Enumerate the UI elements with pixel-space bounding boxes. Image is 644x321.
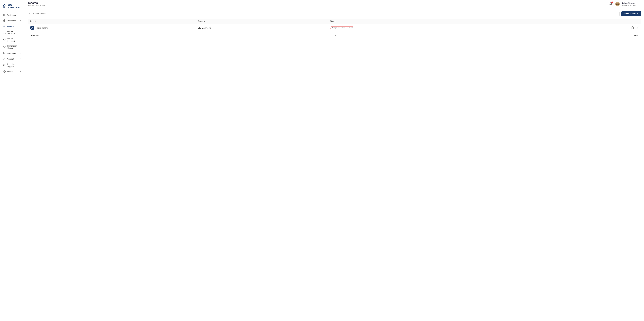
previous-button[interactable]: Previous — [30, 34, 40, 37]
svg-line-17 — [639, 4, 640, 5]
svg-rect-2 — [4, 14, 4, 15]
tenant-avatar — [30, 26, 34, 30]
sidebar-item-service-requests[interactable]: Service Requests — [1, 36, 24, 43]
svg-line-0 — [3, 4, 4, 6]
content-area: Invite Tenant Tenant Property Status — [25, 8, 644, 321]
chevron-down-icon — [20, 20, 22, 22]
svg-line-19 — [31, 14, 31, 14]
sidebar-item-label: Service Requests — [7, 38, 22, 42]
next-button[interactable]: Next — [632, 34, 639, 37]
logo: OME TRUMPETER — [0, 2, 25, 12]
svg-rect-3 — [4, 14, 5, 15]
edit-icon — [636, 26, 638, 29]
sidebar-item-label: Messages — [7, 52, 16, 54]
sidebar-item-messages[interactable]: Messages — [1, 51, 24, 56]
svg-point-6 — [4, 25, 5, 26]
notification-button[interactable]: 2 — [609, 2, 613, 6]
nav-list: Dashboard Properties Tenants Service Pro… — [0, 12, 25, 74]
topbar: Tenants Welcome back, Prince 2 PM Prince… — [25, 0, 644, 8]
col-tenant: Tenant — [28, 19, 196, 24]
svg-line-1 — [5, 4, 6, 6]
svg-marker-8 — [3, 39, 5, 40]
search-invite-row: Invite Tenant — [28, 11, 641, 16]
sidebar-item-label: Account — [7, 58, 14, 60]
invite-tenant-button[interactable]: Invite Tenant — [621, 11, 641, 16]
logo-icon — [2, 3, 7, 9]
actions-cell — [548, 24, 641, 32]
svg-point-20 — [32, 27, 32, 28]
chevron-right-icon — [636, 13, 638, 15]
table-header-row: Tenant Property Status — [28, 19, 641, 24]
chevron-down-icon — [20, 70, 22, 73]
technical-support-icon — [3, 64, 6, 67]
sidebar-item-properties[interactable]: Properties — [1, 18, 24, 23]
settings-icon — [3, 70, 6, 73]
tenant-name: Prince Tenant — [36, 27, 48, 29]
search-input[interactable] — [28, 11, 620, 16]
svg-rect-9 — [3, 46, 5, 47]
sidebar-item-label: Settings — [7, 70, 14, 73]
status-cell: Background Check Approved — [328, 24, 548, 32]
document-icon — [631, 26, 634, 29]
sidebar-item-label: Transaction History — [7, 45, 22, 49]
svg-point-7 — [4, 32, 4, 32]
sidebar-item-account[interactable]: Account — [1, 56, 24, 62]
page-subtitle: Welcome back, Prince — [28, 4, 45, 6]
sidebar-item-label: Dashboard — [7, 14, 16, 16]
sidebar: OME TRUMPETER Dashboard Properties Tenan… — [0, 0, 25, 321]
search-wrap — [28, 11, 620, 16]
edit-button[interactable] — [636, 26, 639, 30]
svg-line-16 — [640, 3, 641, 3]
sidebar-item-technical-support[interactable]: Technical Support — [1, 62, 24, 69]
account-icon — [3, 57, 6, 60]
sidebar-item-label: Tenants — [7, 25, 14, 27]
svg-rect-4 — [4, 15, 4, 16]
view-button[interactable] — [631, 26, 634, 30]
table-header: Tenant Property Status — [28, 19, 641, 24]
sidebar-item-label: Service Providers — [7, 30, 22, 35]
service-requests-icon — [3, 38, 6, 41]
svg-rect-5 — [4, 15, 5, 16]
tenant-table: Tenant Property Status Prince Tenant 315… — [28, 19, 641, 32]
main-content: Tenants Welcome back, Prince 2 PM Prince… — [25, 0, 644, 321]
sidebar-item-service-providers[interactable]: Service Providers — [1, 29, 24, 36]
tenant-cell: Prince Tenant — [28, 24, 196, 32]
sidebar-item-tenants[interactable]: Tenants — [1, 23, 24, 29]
user-role: Operation Manager — [622, 4, 636, 6]
chevron-down-icon — [20, 58, 22, 60]
status-badge: Background Check Approved — [330, 26, 354, 29]
dashboard-icon — [3, 14, 6, 16]
logo-text: OME TRUMPETER — [8, 4, 22, 8]
tenants-icon — [3, 25, 6, 28]
notification-badge: 2 — [611, 1, 613, 3]
transaction-history-icon — [3, 46, 6, 48]
page-info: 1/1 — [335, 34, 338, 36]
svg-point-15 — [4, 71, 5, 72]
page-title: Tenants — [28, 1, 45, 4]
col-status: Status — [328, 19, 548, 24]
sidebar-item-label: Properties — [7, 20, 16, 22]
sidebar-item-settings[interactable]: Settings — [1, 69, 24, 74]
sidebar-item-transaction-history[interactable]: Transaction History — [1, 43, 24, 50]
expand-icon — [638, 2, 641, 5]
tenant-table-wrap: Tenant Property Status Prince Tenant 315… — [28, 18, 641, 39]
user-name: Prince Manager — [622, 2, 636, 4]
search-icon — [29, 12, 31, 15]
messages-icon — [3, 52, 6, 55]
sidebar-item-label: Technical Support — [7, 63, 22, 67]
service-providers-icon — [3, 31, 6, 34]
chevron-down-icon — [20, 52, 22, 54]
expand-button[interactable] — [638, 2, 641, 5]
pagination-row: Previous 1/1 Next — [28, 32, 641, 39]
topbar-right: 2 PM Prince Manager Operation Manager — [609, 2, 641, 6]
page-header: Tenants Welcome back, Prince — [28, 1, 45, 6]
svg-point-12 — [4, 58, 5, 59]
property-cell: 315 E 12th Ave — [196, 24, 328, 32]
avatar: PM — [615, 2, 620, 6]
col-property: Property — [196, 19, 328, 24]
col-actions — [548, 19, 641, 24]
user-info: Prince Manager Operation Manager — [622, 2, 636, 6]
sidebar-item-dashboard[interactable]: Dashboard — [1, 12, 24, 18]
table-body: Prince Tenant 315 E 12th Ave Background … — [28, 24, 641, 32]
table-row: Prince Tenant 315 E 12th Ave Background … — [28, 24, 641, 32]
